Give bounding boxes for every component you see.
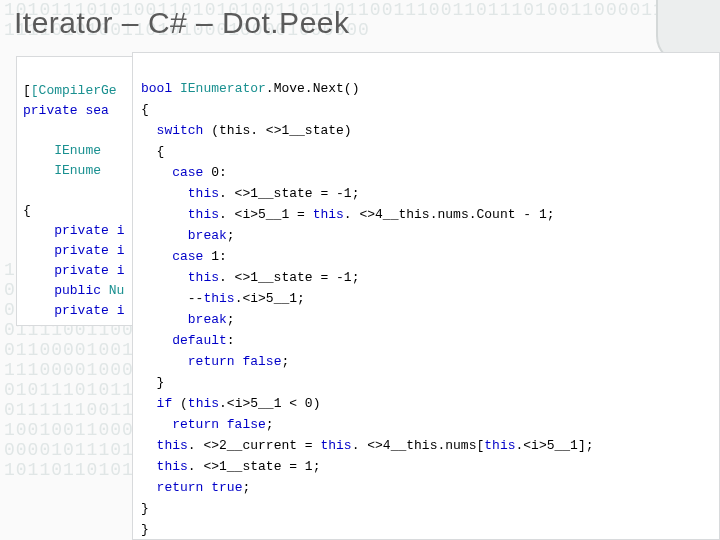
code-panel-left: [[CompilerGe private sea IEnume IEnume {… xyxy=(16,56,150,326)
code-panel-right: bool IEnumerator.Move.Next() { switch (t… xyxy=(132,52,720,540)
slide-title: Iterator – C# – Dot.Peek xyxy=(14,6,350,40)
